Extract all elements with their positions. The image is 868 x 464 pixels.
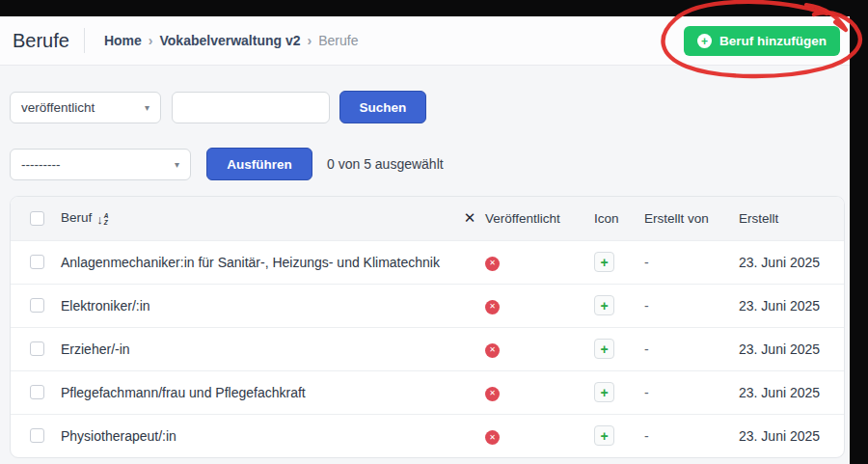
created-date: 23. Juni 2025 <box>739 370 844 414</box>
created-by-value: - <box>644 414 739 457</box>
add-icon-button[interactable]: + <box>594 339 614 359</box>
add-icon-button[interactable]: + <box>594 252 614 272</box>
page-title: Berufe <box>13 30 69 52</box>
beruf-name-link[interactable]: Pflegefachmann/frau und Pflegefachkraft <box>61 370 454 414</box>
clear-sort-button[interactable]: ✕ <box>454 197 485 240</box>
breadcrumb-home-link[interactable]: Home <box>104 33 142 48</box>
published-filter-select[interactable]: veröffentlicht ▾ <box>10 92 161 123</box>
action-row: --------- ▾ Ausführen 0 von 5 ausgewählt <box>10 148 444 180</box>
selection-status: 0 von 5 ausgewählt <box>327 156 444 172</box>
search-button[interactable]: Suchen <box>339 91 426 123</box>
column-header-erstellt: Erstellt <box>739 197 844 240</box>
chevron-down-icon: ▾ <box>145 102 149 113</box>
berufe-table: Beruf↓AZ ✕ Veröffentlicht Icon Erstellt … <box>10 196 845 458</box>
run-action-button[interactable]: Ausführen <box>206 148 312 180</box>
beruf-name-link[interactable]: Physiotherapeut/:in <box>61 414 454 457</box>
page-header: Berufe Home › Vokabelverwaltung v2 › Ber… <box>0 16 850 66</box>
add-beruf-button[interactable]: + Beruf hinzufügen <box>684 26 840 56</box>
beruf-name-link[interactable]: Anlagenmechaniker:in für Sanitär-, Heizu… <box>61 240 454 284</box>
breadcrumb-vokabelverwaltung-link[interactable]: Vokabelverwaltung v2 <box>160 33 301 48</box>
add-beruf-button-label: Beruf hinzufügen <box>719 34 827 48</box>
row-checkbox[interactable] <box>30 428 44 443</box>
column-header-veroeffentlicht: Veröffentlicht <box>485 197 594 240</box>
table-row: Physiotherapeut/:in ✕ + - 23. Juni 2025 <box>11 414 844 457</box>
created-by-value: - <box>644 327 739 370</box>
created-date: 23. Juni 2025 <box>739 284 844 327</box>
created-date: 23. Juni 2025 <box>739 327 844 370</box>
column-header-erstellt-von: Erstellt von <box>644 197 739 240</box>
breadcrumb-separator: › <box>149 33 153 48</box>
table-header-row: Beruf↓AZ ✕ Veröffentlicht Icon Erstellt … <box>11 197 844 240</box>
table-row: Anlagenmechaniker:in für Sanitär-, Heizu… <box>11 240 844 284</box>
action-select[interactable]: --------- ▾ <box>10 149 191 180</box>
row-checkbox[interactable] <box>30 385 44 399</box>
created-by-value: - <box>644 240 739 284</box>
row-checkbox[interactable] <box>30 341 44 356</box>
add-icon-button[interactable]: + <box>594 425 614 446</box>
published-false-icon: ✕ <box>485 300 500 314</box>
table-row: Erzieher/-in ✕ + - 23. Juni 2025 <box>11 327 844 370</box>
header-divider <box>84 28 85 53</box>
breadcrumb: Home › Vokabelverwaltung v2 › Berufe <box>104 33 359 48</box>
published-filter-value: veröffentlicht <box>21 100 95 115</box>
breadcrumb-current: Berufe <box>318 33 358 48</box>
created-date: 23. Juni 2025 <box>739 414 844 457</box>
table-row: Pflegefachmann/frau und Pflegefachkraft … <box>11 370 844 414</box>
published-false-icon: ✕ <box>485 387 500 401</box>
row-checkbox[interactable] <box>30 255 44 269</box>
column-header-icon: Icon <box>594 197 644 240</box>
chevron-down-icon: ▾ <box>175 159 179 170</box>
breadcrumb-separator: › <box>308 33 312 48</box>
published-false-icon: ✕ <box>485 343 500 358</box>
plus-circle-icon: + <box>697 34 712 48</box>
app-window: Berufe Home › Vokabelverwaltung v2 › Ber… <box>0 16 850 464</box>
search-input[interactable] <box>172 92 330 123</box>
created-date: 23. Juni 2025 <box>739 240 844 284</box>
filter-row: veröffentlicht ▾ Suchen <box>10 91 426 123</box>
published-false-icon: ✕ <box>485 257 500 271</box>
select-all-checkbox[interactable] <box>30 211 44 226</box>
created-by-value: - <box>644 284 739 327</box>
table-row: Elektroniker/:in ✕ + - 23. Juni 2025 <box>11 284 844 327</box>
beruf-name-link[interactable]: Erzieher/-in <box>61 327 454 370</box>
row-checkbox[interactable] <box>30 298 44 313</box>
add-icon-button[interactable]: + <box>594 295 614 315</box>
column-header-beruf[interactable]: Beruf↓AZ <box>61 197 454 240</box>
published-false-icon: ✕ <box>485 430 500 445</box>
created-by-value: - <box>644 370 739 414</box>
beruf-name-link[interactable]: Elektroniker/:in <box>61 284 454 327</box>
add-icon-button[interactable]: + <box>594 382 614 402</box>
sort-alpha-icon[interactable]: ↓AZ <box>96 213 108 226</box>
action-select-value: --------- <box>21 157 60 172</box>
